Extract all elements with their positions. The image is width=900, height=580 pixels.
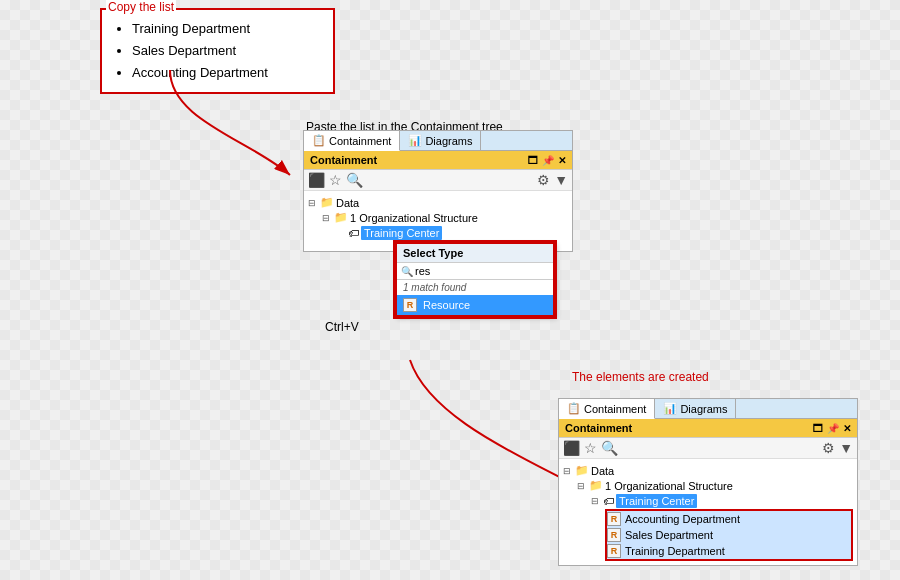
top-panel-title: Containment: [310, 154, 377, 166]
bottom-panel-tabs: 📋 Containment 📊 Diagrams: [559, 399, 857, 419]
tree-data-label: Data: [336, 197, 359, 209]
toolbar-dropdown-icon[interactable]: ▼: [554, 172, 568, 188]
result-training[interactable]: R Training Department: [607, 543, 851, 559]
toolbar-gear-icon-b[interactable]: [822, 440, 835, 456]
tab-containment-top[interactable]: 📋 Containment: [304, 131, 400, 151]
copy-list-box: Copy the list Training Department Sales …: [100, 8, 335, 94]
bottom-containment-panel: 📋 Containment 📊 Diagrams Containment 🗖 📌…: [558, 398, 858, 566]
top-panel-toolbar: ⬛ ☆ 🔍 ▼: [304, 170, 572, 191]
copy-list-title: Copy the list: [106, 0, 176, 14]
r-icon-accounting: R: [607, 512, 621, 526]
close-icon-b[interactable]: ✕: [843, 423, 851, 434]
list-item-training: Training Department: [132, 18, 321, 40]
r-icon-training-dept: R: [607, 544, 621, 558]
created-label: The elements are created: [572, 370, 709, 384]
toolbar-star-icon[interactable]: ☆: [329, 172, 342, 188]
tab-diagrams-bottom[interactable]: 📊 Diagrams: [655, 399, 736, 418]
dialog-match-text: 1 match found: [397, 280, 553, 295]
tree-org-structure: ⊟ 📁 1 Organizational Structure: [308, 210, 568, 225]
folder-icon-org-b: 📁: [589, 479, 603, 492]
list-item-sales: Sales Department: [132, 40, 321, 62]
result-resource-label: Resource: [423, 299, 470, 311]
containment-tab-label: Containment: [329, 135, 391, 147]
tree-org-structure-b: ⊟ 📁 1 Organizational Structure: [563, 478, 853, 493]
resource-icon-training: 🏷: [348, 227, 359, 239]
copy-list-items: Training Department Sales Department Acc…: [114, 18, 321, 84]
dialog-result-item[interactable]: R Resource: [397, 295, 553, 315]
top-panel-header: Containment 🗖 📌 ✕: [304, 151, 572, 170]
containment-tab-icon: 📋: [312, 134, 326, 147]
toolbar-nav-icon-b[interactable]: ⬛: [563, 440, 580, 456]
tree-training-label-b: Training Center: [616, 494, 697, 508]
toolbar-search-icon-b[interactable]: 🔍: [601, 440, 618, 456]
result-sales[interactable]: R Sales Department: [607, 527, 851, 543]
r-icon-sales: R: [607, 528, 621, 542]
containment-tab-label-b: Containment: [584, 403, 646, 415]
toolbar-dropdown-icon-b[interactable]: ▼: [839, 440, 853, 456]
ctrlv-label: Ctrl+V: [325, 320, 359, 334]
folder-icon-org: 📁: [334, 211, 348, 224]
top-containment-panel: 📋 Containment 📊 Diagrams Containment 🗖 📌…: [303, 130, 573, 252]
result-training-dept-label: Training Department: [625, 545, 725, 557]
tree-root: ⊟ 📁 Data: [308, 195, 568, 210]
diagrams-tab-icon: 📊: [408, 134, 422, 147]
folder-icon-training-b: 🏷: [603, 495, 614, 507]
tree-training-label: Training Center: [361, 226, 442, 240]
tree-training-center-b[interactable]: ⊟ 🏷 Training Center: [563, 493, 853, 509]
select-type-dialog: Select Type 🔍 1 match found R Resource: [395, 242, 555, 317]
diagrams-tab-label: Diagrams: [425, 135, 472, 147]
folder-icon-data-b: 📁: [575, 464, 589, 477]
tree-training-center[interactable]: 🏷 Training Center: [308, 225, 568, 241]
tree-root-b: ⊟ 📁 Data: [563, 463, 853, 478]
diagrams-tab-label-b: Diagrams: [680, 403, 727, 415]
diagrams-tab-icon-b: 📊: [663, 402, 677, 415]
result-accounting[interactable]: R Accounting Department: [607, 511, 851, 527]
dialog-search-input[interactable]: [415, 265, 549, 277]
result-r-icon: R: [403, 298, 417, 312]
pin-icon-b[interactable]: 📌: [827, 423, 839, 434]
bottom-panel-header: Containment 🗖 📌 ✕: [559, 419, 857, 438]
tree-org-label: 1 Organizational Structure: [350, 212, 478, 224]
toolbar-gear-icon[interactable]: [537, 172, 550, 188]
pin-icon[interactable]: 📌: [542, 155, 554, 166]
minimize-icon[interactable]: 🗖: [528, 155, 538, 166]
folder-icon-data: 📁: [320, 196, 334, 209]
list-item-accounting: Accounting Department: [132, 62, 321, 84]
tree-org-label-b: 1 Organizational Structure: [605, 480, 733, 492]
result-accounting-label: Accounting Department: [625, 513, 740, 525]
tab-containment-bottom[interactable]: 📋 Containment: [559, 399, 655, 419]
dialog-title: Select Type: [397, 244, 553, 263]
bottom-panel-toolbar: ⬛ ☆ 🔍 ▼: [559, 438, 857, 459]
bottom-panel-title: Containment: [565, 422, 632, 434]
tab-diagrams-top[interactable]: 📊 Diagrams: [400, 131, 481, 150]
result-sales-label: Sales Department: [625, 529, 713, 541]
bottom-panel-content: ⊟ 📁 Data ⊟ 📁 1 Organizational Structure …: [559, 459, 857, 565]
dialog-search-icon: 🔍: [401, 266, 413, 277]
containment-tab-icon-b: 📋: [567, 402, 581, 415]
toolbar-star-icon-b[interactable]: ☆: [584, 440, 597, 456]
toolbar-search-icon[interactable]: 🔍: [346, 172, 363, 188]
top-panel-tabs: 📋 Containment 📊 Diagrams: [304, 131, 572, 151]
close-icon[interactable]: ✕: [558, 155, 566, 166]
tree-data-label-b: Data: [591, 465, 614, 477]
toolbar-nav-icon[interactable]: ⬛: [308, 172, 325, 188]
minimize-icon-b[interactable]: 🗖: [813, 423, 823, 434]
dialog-search-row[interactable]: 🔍: [397, 263, 553, 280]
